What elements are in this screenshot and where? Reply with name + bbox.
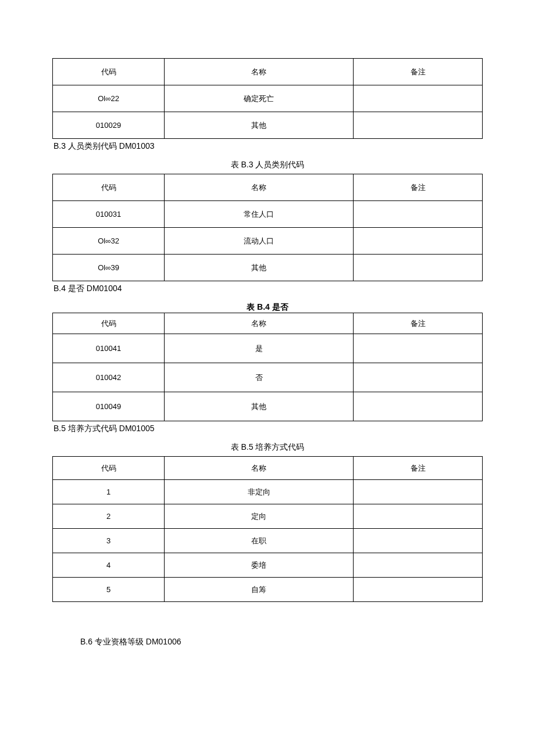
- cell-note: [354, 334, 483, 363]
- cell-name: 委培: [165, 553, 354, 578]
- table-b2: 代码 名称 备注 Ol∞22 确定死亡 010029 其他: [52, 58, 483, 139]
- cell-code: 010049: [53, 392, 165, 421]
- table-header-row: 代码 名称 备注: [53, 174, 483, 201]
- cell-name: 自筹: [165, 578, 354, 602]
- cell-name: 其他: [165, 392, 354, 421]
- table-b5-caption: 表 B.5 培养方式代码: [52, 442, 483, 453]
- cell-name: 是: [165, 334, 354, 363]
- cell-code: 010031: [53, 201, 165, 228]
- cell-code: 3: [53, 529, 165, 553]
- table-b4-caption: 表 B.4 是否: [52, 302, 483, 313]
- cell-note: [354, 504, 483, 529]
- cell-name: 其他: [165, 112, 354, 139]
- cell-code: Ol∞39: [53, 255, 165, 281]
- header-code: 代码: [53, 59, 165, 85]
- cell-name: 确定死亡: [165, 85, 354, 112]
- cell-note: [354, 578, 483, 602]
- table-row: 2 定向: [53, 504, 483, 529]
- table-row: 010041 是: [53, 334, 483, 363]
- table-row: 3 在职: [53, 529, 483, 553]
- cell-code: 010041: [53, 334, 165, 363]
- cell-name: 定向: [165, 504, 354, 529]
- section-b6-heading: B.6 专业资格等级 DM01006: [80, 637, 483, 647]
- header-name: 名称: [165, 457, 354, 480]
- table-b3: 代码 名称 备注 010031 常住人口 Ol∞32 流动人口 Ol∞39 其他: [52, 174, 483, 281]
- cell-code: 010042: [53, 363, 165, 392]
- table-b5: 代码 名称 备注 1 非定向 2 定向 3 在职 4 委培 5 自筹: [52, 456, 483, 602]
- header-note: 备注: [354, 174, 483, 201]
- cell-name: 否: [165, 363, 354, 392]
- table-row: 010031 常住人口: [53, 201, 483, 228]
- header-note: 备注: [354, 59, 483, 85]
- cell-note: [354, 529, 483, 553]
- table-header-row: 代码 名称 备注: [53, 313, 483, 334]
- cell-name: 其他: [165, 255, 354, 281]
- header-note: 备注: [354, 313, 483, 334]
- header-note: 备注: [354, 457, 483, 480]
- header-code: 代码: [53, 174, 165, 201]
- header-code: 代码: [53, 457, 165, 480]
- cell-note: [354, 112, 483, 139]
- table-b3-caption: 表 B.3 人员类别代码: [52, 160, 483, 170]
- table-row: Ol∞32 流动人口: [53, 228, 483, 255]
- header-name: 名称: [165, 174, 354, 201]
- cell-code: 5: [53, 578, 165, 602]
- cell-name: 非定向: [165, 480, 354, 504]
- cell-code: 4: [53, 553, 165, 578]
- table-row: 010029 其他: [53, 112, 483, 139]
- header-name: 名称: [165, 313, 354, 334]
- table-header-row: 代码 名称 备注: [53, 59, 483, 85]
- cell-note: [354, 228, 483, 255]
- cell-code: Ol∞32: [53, 228, 165, 255]
- table-row: Ol∞39 其他: [53, 255, 483, 281]
- table-row: 010049 其他: [53, 392, 483, 421]
- section-b4-heading: B.4 是否 DM01004: [52, 284, 483, 294]
- table-row: 4 委培: [53, 553, 483, 578]
- section-b5-heading: B.5 培养方式代码 DM01005: [52, 424, 483, 434]
- cell-code: Ol∞22: [53, 85, 165, 112]
- cell-name: 在职: [165, 529, 354, 553]
- table-row: 010042 否: [53, 363, 483, 392]
- table-row: 1 非定向: [53, 480, 483, 504]
- section-b3-heading: B.3 人员类别代码 DM01003: [52, 141, 483, 152]
- cell-name: 常住人口: [165, 201, 354, 228]
- table-header-row: 代码 名称 备注: [53, 457, 483, 480]
- table-row: Ol∞22 确定死亡: [53, 85, 483, 112]
- cell-note: [354, 85, 483, 112]
- cell-code: 2: [53, 504, 165, 529]
- cell-name: 流动人口: [165, 228, 354, 255]
- cell-code: 1: [53, 480, 165, 504]
- cell-note: [354, 255, 483, 281]
- cell-note: [354, 201, 483, 228]
- cell-note: [354, 553, 483, 578]
- header-name: 名称: [165, 59, 354, 85]
- cell-note: [354, 480, 483, 504]
- cell-note: [354, 363, 483, 392]
- table-row: 5 自筹: [53, 578, 483, 602]
- cell-code: 010029: [53, 112, 165, 139]
- table-b4: 代码 名称 备注 010041 是 010042 否 010049 其他: [52, 313, 483, 421]
- cell-note: [354, 392, 483, 421]
- header-code: 代码: [53, 313, 165, 334]
